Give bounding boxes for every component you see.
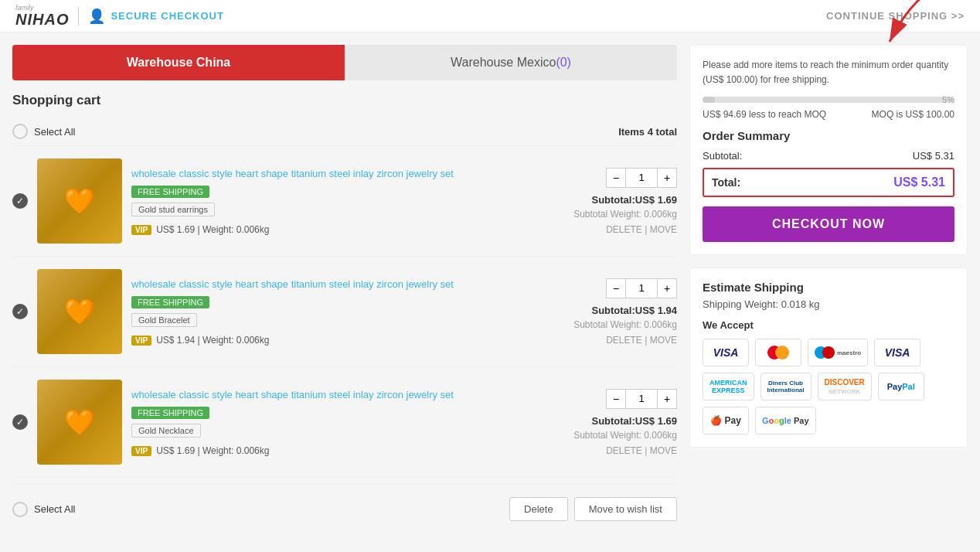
- item-1-actions: DELETE | MOVE: [553, 224, 677, 235]
- bottom-buttons: Delete Move to wish list: [509, 497, 677, 521]
- subtotal-label: Subtotal:: [703, 150, 742, 162]
- item-3-qty-plus[interactable]: +: [657, 389, 677, 409]
- header: family NIHAO 👤 SECURE CHECKOUT CONTINUE …: [0, 0, 980, 32]
- discover-icon: DISCOVERNETWORK: [818, 373, 872, 400]
- move-to-wishlist-button[interactable]: Move to wish list: [574, 497, 677, 521]
- item-1-checkbox[interactable]: [12, 193, 28, 209]
- item-2-vip-row: VIP US$ 1.94 | Weight: 0.006kg: [131, 335, 544, 346]
- select-all-label: Select All: [34, 126, 75, 138]
- tab-warehouse-mexico[interactable]: Warehouse Mexico(0): [345, 45, 677, 80]
- google-pay-icon: Google Pay: [755, 407, 816, 434]
- item-1-qty-control: − +: [553, 168, 677, 188]
- tab-warehouse-china[interactable]: Warehouse China: [12, 45, 345, 80]
- item-2-name[interactable]: wholesale classic style heart shape tita…: [131, 278, 544, 291]
- we-accept-title: We Accept: [703, 319, 954, 331]
- item-2-image: 🧡: [37, 269, 122, 354]
- item-1-tag: Gold stud earrings: [131, 203, 215, 216]
- item-1-free-shipping: FREE SHIPPING: [131, 186, 209, 198]
- subtotal-value: US$ 5.31: [913, 150, 954, 162]
- item-3-checkbox[interactable]: [12, 414, 28, 430]
- order-summary-panel: Please add more items to reach the minim…: [689, 45, 968, 255]
- item-3-details: wholesale classic style heart shape tita…: [131, 388, 544, 456]
- subtotal-row: Subtotal: US$ 5.31: [703, 150, 954, 162]
- item-2-subtotal: Subtotal:US$ 1.94: [553, 305, 677, 316]
- item-3-actions: DELETE | MOVE: [553, 445, 677, 456]
- progress-label: 5%: [942, 95, 954, 104]
- item-1-move[interactable]: MOVE: [650, 224, 677, 235]
- select-all-row: Select All Items 4 total: [12, 118, 677, 146]
- tab-mexico-label: Warehouse Mexico: [451, 56, 556, 69]
- paypal-icon: PayPal: [878, 373, 924, 400]
- maestro-icon: maestro: [808, 339, 868, 366]
- item-1-qty-plus[interactable]: +: [657, 168, 677, 188]
- item-2-qty-control: − +: [553, 278, 677, 298]
- delete-button[interactable]: Delete: [509, 497, 568, 521]
- secure-checkout: 👤 SECURE CHECKOUT: [88, 8, 223, 25]
- item-1-details: wholesale classic style heart shape tita…: [131, 167, 544, 235]
- moq-notice-text: Please add more items to reach the minim…: [703, 58, 954, 87]
- total-label: Total:: [712, 176, 740, 189]
- item-1-qty-input[interactable]: [626, 168, 657, 188]
- moq-less: US$ 94.69 less to reach MOQ: [703, 109, 826, 120]
- diners-icon: Diners ClubInternational: [761, 373, 812, 400]
- bottom-select-all-checkbox[interactable]: [12, 502, 28, 517]
- secure-checkout-label: SECURE CHECKOUT: [111, 10, 223, 22]
- progress-bar: 5%: [703, 97, 954, 103]
- estimate-shipping-panel: Estimate Shipping Shipping Weight: 0.018…: [689, 267, 968, 448]
- item-2-checkbox[interactable]: [12, 304, 28, 319]
- item-1-right: − + Subtotal:US$ 1.69 Subtotal Weight: 0…: [553, 168, 677, 235]
- item-2-qty-minus[interactable]: −: [606, 278, 626, 298]
- select-all-left: Select All: [12, 124, 75, 139]
- select-all-checkbox[interactable]: [12, 124, 28, 139]
- item-2-right: − + Subtotal:US$ 1.94 Subtotal Weight: 0…: [553, 278, 677, 346]
- moq-is: MOQ is US$ 100.00: [872, 109, 954, 120]
- item-3-move[interactable]: MOVE: [650, 445, 677, 456]
- visa-icon: VISA: [703, 339, 749, 366]
- item-3-delete[interactable]: DELETE: [606, 445, 642, 456]
- item-3-subtotal-weight: Subtotal Weight: 0.006kg: [553, 430, 677, 441]
- item-2-qty-input[interactable]: [626, 278, 657, 298]
- item-1-name[interactable]: wholesale classic style heart shape tita…: [131, 167, 544, 181]
- cart-item-1: 🧡 wholesale classic style heart shape ti…: [12, 146, 677, 257]
- item-3-subtotal: Subtotal:US$ 1.69: [553, 415, 677, 427]
- tab-mexico-count: (0): [556, 56, 571, 69]
- item-2-delete[interactable]: DELETE: [606, 335, 642, 346]
- progress-bar-fill: [703, 97, 715, 103]
- item-2-vip-badge: VIP: [131, 336, 151, 346]
- continue-shopping-link[interactable]: CONTINUE SHOPPING >>: [826, 10, 965, 22]
- item-3-right: − + Subtotal:US$ 1.69 Subtotal Weight: 0…: [553, 389, 677, 456]
- moq-row: US$ 94.69 less to reach MOQ MOQ is US$ 1…: [703, 109, 954, 120]
- cart-item-2: 🧡 wholesale classic style heart shape ti…: [12, 257, 677, 367]
- header-divider: [78, 7, 79, 26]
- item-2-tag: Gold Bracelet: [131, 313, 197, 327]
- item-1-subtotal: Subtotal:US$ 1.69: [553, 194, 677, 206]
- checkout-now-button[interactable]: CHECKOUT NOW: [703, 206, 954, 242]
- item-2-details: wholesale classic style heart shape tita…: [131, 278, 544, 346]
- left-panel: Warehouse China Warehouse Mexico(0) Shop…: [12, 45, 677, 533]
- item-1-delete[interactable]: DELETE: [606, 224, 642, 235]
- item-3-tag: Gold Necklace: [131, 424, 201, 438]
- item-1-subtotal-weight: Subtotal Weight: 0.006kg: [553, 209, 677, 220]
- items-total: Items 4 total: [618, 126, 677, 138]
- estimate-shipping-title: Estimate Shipping: [703, 281, 954, 294]
- item-3-image: 🧡: [37, 380, 122, 465]
- item-1-vip-badge: VIP: [131, 225, 151, 235]
- item-2-qty-plus[interactable]: +: [657, 278, 677, 298]
- item-1-vip-price: US$ 1.69 | Weight: 0.006kg: [156, 224, 269, 235]
- item-2-actions: DELETE | MOVE: [553, 335, 677, 346]
- item-3-qty-input[interactable]: [626, 389, 657, 409]
- item-2-move[interactable]: MOVE: [650, 335, 677, 346]
- apple-pay-icon: 🍎 Pay: [703, 407, 749, 434]
- bottom-bar: Select All Delete Move to wish list: [12, 484, 677, 533]
- item-3-qty-minus[interactable]: −: [606, 389, 626, 409]
- item-2-vip-price: US$ 1.94 | Weight: 0.006kg: [156, 335, 269, 346]
- bottom-select-all-label: Select All: [34, 503, 75, 515]
- item-3-vip-badge: VIP: [131, 446, 151, 456]
- logo[interactable]: family NIHAO: [15, 5, 69, 27]
- cart-title: Shopping cart: [12, 93, 677, 108]
- item-3-vip-row: VIP US$ 1.69 | Weight: 0.006kg: [131, 445, 544, 456]
- cart-item-3: 🧡 wholesale classic style heart shape ti…: [12, 367, 677, 478]
- item-3-name[interactable]: wholesale classic style heart shape tita…: [131, 388, 544, 402]
- item-3-qty-control: − +: [553, 389, 677, 409]
- item-1-qty-minus[interactable]: −: [606, 168, 626, 188]
